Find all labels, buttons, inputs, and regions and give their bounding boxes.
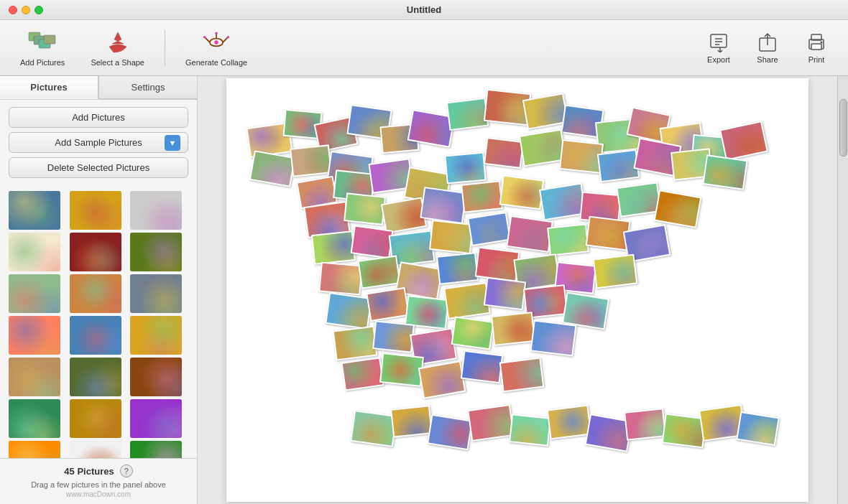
list-item: [484, 277, 526, 310]
list-item: [547, 223, 589, 256]
list-item: [366, 287, 410, 322]
list-item: [436, 252, 479, 285]
list-item: [427, 414, 473, 451]
list-item[interactable]: [9, 358, 60, 396]
list-item[interactable]: [70, 399, 121, 438]
print-button[interactable]: Print: [793, 28, 839, 68]
list-item[interactable]: [9, 233, 60, 271]
svg-rect-19: [811, 44, 821, 50]
list-item[interactable]: [130, 399, 182, 438]
list-item: [491, 312, 535, 346]
add-sample-pictures-button[interactable]: Add Sample Pictures ▼: [9, 132, 188, 153]
maximize-button[interactable]: [34, 6, 43, 14]
list-item: [547, 405, 592, 440]
list-item: [624, 408, 666, 441]
list-item: [461, 350, 503, 383]
tab-bar: Pictures Settings: [0, 76, 197, 100]
list-item[interactable]: [70, 441, 121, 458]
toolbar: Add Pictures Select a Shape Generate: [0, 20, 848, 76]
svg-point-11: [215, 32, 218, 34]
list-item: [702, 154, 747, 190]
generate-collage-icon: [202, 29, 231, 55]
main-area: Pictures Settings Add Pictures Add Sampl…: [0, 76, 848, 504]
list-item: [499, 358, 545, 393]
canvas-area: [198, 76, 837, 504]
picture-count: 45 Pictures: [64, 466, 114, 477]
add-pictures-toolbar-btn[interactable]: Add Pictures: [9, 25, 76, 71]
export-icon: [707, 32, 730, 52]
svg-point-9: [203, 35, 206, 38]
scrollbar-track[interactable]: [837, 76, 848, 504]
list-item: [249, 150, 295, 187]
select-shape-toolbar-btn[interactable]: Select a Shape: [79, 25, 156, 71]
list-item: [451, 316, 494, 350]
list-item[interactable]: [70, 233, 121, 271]
minimize-button[interactable]: [22, 6, 30, 14]
list-item: [318, 262, 362, 296]
list-item: [341, 357, 384, 391]
generate-collage-toolbar-btn[interactable]: Generate Collage: [174, 25, 259, 71]
share-label: Share: [757, 55, 778, 64]
list-item: [444, 152, 486, 185]
crown-collage: [226, 78, 808, 502]
toolbar-right-actions: Export Share Print: [696, 28, 839, 68]
select-shape-icon: [103, 29, 132, 55]
collage-canvas: [226, 78, 808, 502]
list-item[interactable]: [9, 191, 60, 230]
add-pictures-button[interactable]: Add Pictures: [9, 107, 188, 128]
list-item: [379, 353, 424, 387]
close-button[interactable]: [9, 6, 17, 14]
delete-selected-button[interactable]: Delete Selected Pictures: [9, 157, 188, 178]
list-item: [467, 404, 515, 442]
list-item: [350, 410, 397, 447]
list-item: [736, 411, 780, 446]
list-item: [593, 254, 638, 289]
svg-point-20: [821, 41, 823, 43]
list-item: [499, 175, 545, 210]
list-item: [446, 98, 489, 131]
list-item[interactable]: [130, 191, 182, 230]
scrollbar-thumb[interactable]: [839, 99, 847, 157]
list-item: [325, 292, 372, 330]
list-item[interactable]: [130, 316, 182, 355]
tab-pictures[interactable]: Pictures: [0, 76, 98, 99]
svg-point-8: [214, 40, 218, 44]
title-bar: Untitled: [0, 0, 848, 20]
list-item[interactable]: [70, 274, 121, 313]
tab-settings[interactable]: Settings: [98, 76, 197, 99]
share-button[interactable]: Share: [745, 28, 791, 68]
list-item: [654, 190, 702, 228]
list-item: [484, 137, 524, 169]
traffic-lights: [9, 6, 43, 14]
list-item: [333, 326, 378, 361]
window-title: Untitled: [407, 4, 441, 15]
list-item[interactable]: [9, 274, 60, 313]
select-shape-toolbar-label: Select a Shape: [91, 58, 144, 67]
list-item: [461, 180, 503, 213]
list-item: [418, 360, 466, 399]
list-item[interactable]: [70, 191, 121, 230]
list-item[interactable]: [70, 316, 121, 355]
list-item[interactable]: [130, 274, 182, 313]
print-label: Print: [808, 55, 825, 64]
list-item[interactable]: [9, 399, 60, 438]
list-item[interactable]: [9, 441, 60, 458]
pic-count-row: 45 Pictures ?: [9, 465, 188, 477]
toolbar-divider: [165, 30, 165, 66]
generate-collage-toolbar-label: Generate Collage: [185, 58, 247, 67]
list-item[interactable]: [130, 441, 182, 458]
list-item: [506, 215, 553, 253]
list-item[interactable]: [130, 358, 182, 396]
share-icon: [756, 32, 779, 52]
list-item[interactable]: [130, 233, 182, 271]
watermark-text: www.macDown.com: [9, 490, 188, 498]
export-button[interactable]: Export: [696, 28, 742, 68]
dropdown-arrow-icon[interactable]: ▼: [165, 135, 180, 151]
svg-rect-3: [44, 35, 55, 44]
list-item[interactable]: [9, 316, 60, 355]
list-item: [530, 320, 577, 357]
help-button[interactable]: ?: [120, 465, 133, 477]
list-item[interactable]: [70, 358, 121, 396]
list-item: [372, 320, 415, 353]
svg-point-10: [227, 35, 230, 38]
